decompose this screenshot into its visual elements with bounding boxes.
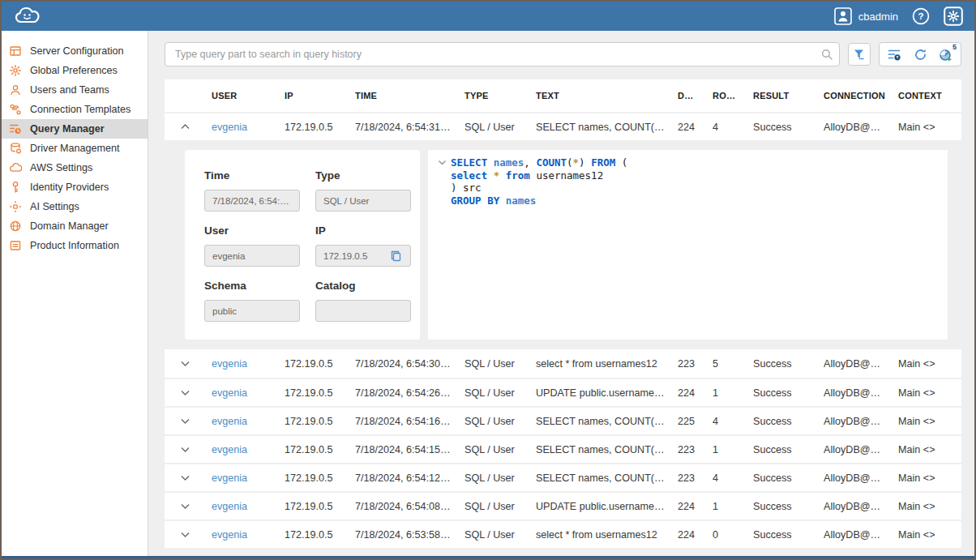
time-value-input[interactable]: 7/18/2024, 6:54:31 PM	[204, 190, 300, 212]
column-header-text[interactable]: TEXT	[529, 91, 671, 100]
column-header-ip[interactable]: IP	[278, 91, 349, 100]
sidebar-item-domain-manager[interactable]: Domain Manager	[2, 216, 148, 236]
column-header-context[interactable]: CONTEXT	[892, 91, 961, 100]
query-history-row[interactable]: evgenia172.19.0.57/18/2024, 6:54:30 PMSQ…	[165, 349, 961, 378]
sql-token: *	[573, 156, 580, 169]
column-header-result[interactable]: RESULT	[747, 91, 817, 100]
help-button[interactable]: ?	[911, 6, 931, 26]
user-value-input[interactable]: evgenia	[204, 245, 300, 267]
gear-icon	[944, 6, 963, 26]
sidebar-item-aws-settings[interactable]: AWS Settings	[2, 158, 148, 177]
sidebar-item-users-and-teams[interactable]: Users and Teams	[2, 80, 148, 100]
query-history-row[interactable]: evgenia172.19.0.57/18/2024, 6:54:08 PMSQ…	[165, 491, 961, 519]
row-cell-time: 7/18/2024, 6:53:58 PM	[349, 529, 458, 541]
row-cell-user[interactable]: evgenia	[205, 387, 278, 399]
administration-settings-button[interactable]	[944, 6, 963, 26]
row-cell-connection: AlloyDB@proje...	[817, 122, 892, 133]
body: Server ConfigurationGlobal PreferencesUs…	[2, 31, 974, 556]
query-history-row[interactable]: evgenia172.19.0.57/18/2024, 6:54:26 PMSQ…	[165, 378, 961, 406]
expand-row-chevron-icon[interactable]	[165, 416, 205, 426]
sidebar-item-connection-templates[interactable]: Connection Templates	[2, 100, 148, 119]
search-input[interactable]	[165, 42, 840, 66]
sidebar-item-global-preferences[interactable]: Global Preferences	[2, 61, 148, 80]
row-cell-user[interactable]: evgenia	[205, 416, 278, 427]
sidebar-item-identity-providers[interactable]: Identity Providers	[2, 177, 148, 197]
row-cell-connection: AlloyDB@proje...	[817, 444, 892, 455]
column-header-dura[interactable]: DURA...	[671, 91, 706, 100]
column-header-time[interactable]: TIME	[349, 91, 458, 100]
row-cell-user[interactable]: evgenia	[205, 472, 278, 484]
sql-token: usernames12	[530, 169, 603, 182]
sidebar-item-query-manager[interactable]: Query Manager	[2, 119, 148, 139]
detail-field-label: Catalog	[315, 280, 411, 292]
row-cell-connection: AlloyDB@proje...	[817, 358, 892, 370]
expand-row-chevron-icon[interactable]	[165, 444, 205, 455]
query-history-row[interactable]: evgenia172.19.0.57/18/2024, 6:53:58 PMSQ…	[165, 519, 961, 548]
auto-refresh-button[interactable]: 5	[938, 46, 954, 62]
row-cell-connection: AlloyDB@proje...	[817, 387, 892, 399]
row-cell-context: Main <>	[892, 387, 961, 399]
ip-value-input[interactable]: 172.19.0.5	[315, 245, 411, 267]
user-menu[interactable]: cbadmin	[834, 7, 898, 25]
row-cell-ip: 172.19.0.5	[278, 472, 349, 484]
row-cell-text: select * from usernames12	[529, 358, 671, 370]
field-value: SQL / User	[323, 196, 403, 206]
sql-collapse-chevron-icon[interactable]	[433, 156, 451, 333]
user-icon	[834, 7, 852, 25]
sidebar-item-product-information[interactable]: Product Information	[2, 236, 148, 255]
sidebar-item-server-configuration[interactable]: Server Configuration	[2, 41, 148, 61]
type-value-input[interactable]: SQL / User	[315, 190, 411, 212]
sql-token	[487, 156, 494, 169]
field-value: 172.19.0.5	[323, 251, 387, 261]
log-settings-icon	[887, 47, 902, 62]
expand-row-chevron-icon[interactable]	[165, 529, 205, 540]
log-view-settings-button[interactable]	[886, 46, 902, 62]
column-header-user[interactable]: USER	[205, 91, 278, 100]
query-history-row[interactable]: evgenia172.19.0.57/18/2024, 6:54:12 PMSQ…	[165, 463, 961, 491]
sql-token: select	[451, 169, 487, 182]
row-cell-rows: 4	[706, 122, 747, 133]
refresh-button[interactable]	[912, 46, 928, 62]
row-cell-context: Main <>	[892, 358, 961, 370]
column-header-type[interactable]: TYPE	[458, 91, 529, 100]
query-history-row[interactable]: evgenia172.19.0.57/18/2024, 6:54:15 PMSQ…	[165, 434, 961, 463]
row-cell-user[interactable]: evgenia	[205, 358, 278, 370]
query-manager-page: 5 USERIPTIMETYPETEXTDURA...ROWSRESULTCON…	[148, 31, 974, 556]
query-history-row-expanded[interactable]: evgenia172.19.0.57/18/2024, 6:54:31 PMSQ…	[165, 112, 961, 140]
expand-row-chevron-icon[interactable]	[165, 387, 205, 398]
topbar-actions: cbadmin ?	[834, 6, 963, 26]
collapse-row-chevron-icon[interactable]	[165, 122, 205, 132]
expand-row-chevron-icon[interactable]	[165, 472, 205, 483]
expand-row-chevron-icon[interactable]	[165, 358, 205, 369]
filter-button[interactable]	[848, 43, 871, 66]
row-cell-text: SELECT names, COUNT(*) FRO...	[529, 416, 671, 427]
sidebar-item-label: Driver Management	[30, 143, 120, 154]
sql-code[interactable]: SELECT names, COUNT(*) FROM (select * fr…	[451, 156, 627, 333]
sql-token	[499, 169, 506, 182]
column-header-rows[interactable]: ROWS	[706, 91, 747, 100]
global-preferences-icon	[9, 64, 22, 77]
row-cell-user[interactable]: evgenia	[205, 529, 278, 541]
query-detail-panel: Time7/18/2024, 6:54:31 PMTypeSQL / UserU…	[185, 150, 948, 340]
row-cell-user[interactable]: evgenia	[205, 122, 278, 133]
row-cell-duration: 224	[671, 501, 706, 512]
sql-token: GROUP	[451, 195, 482, 207]
query-history-table-header: USERIPTIMETYPETEXTDURA...ROWSRESULTCONNE…	[165, 79, 961, 112]
sql-token	[487, 169, 494, 182]
sidebar-item-ai-settings[interactable]: AI Settings	[2, 197, 148, 216]
column-header-connection[interactable]: CONNECTION	[817, 91, 892, 100]
row-cell-time: 7/18/2024, 6:54:16 PM	[349, 416, 458, 427]
row-cell-user[interactable]: evgenia	[205, 444, 278, 455]
search-icon	[821, 49, 833, 60]
detail-field-label: Time	[204, 169, 300, 182]
query-history-row[interactable]: evgenia172.19.0.57/18/2024, 6:54:16 PMSQ…	[165, 406, 961, 434]
sidebar-item-driver-management[interactable]: Driver Management	[2, 139, 148, 158]
sidebar-item-label: AI Settings	[30, 201, 79, 212]
schema-value-input[interactable]: public	[204, 300, 300, 322]
expand-row-chevron-icon[interactable]	[165, 501, 205, 511]
detail-field-type: TypeSQL / User	[315, 169, 411, 212]
catalog-value-input[interactable]	[315, 300, 411, 322]
row-cell-result: Success	[747, 416, 817, 427]
row-cell-user[interactable]: evgenia	[205, 501, 278, 512]
copy-icon[interactable]	[390, 250, 403, 263]
